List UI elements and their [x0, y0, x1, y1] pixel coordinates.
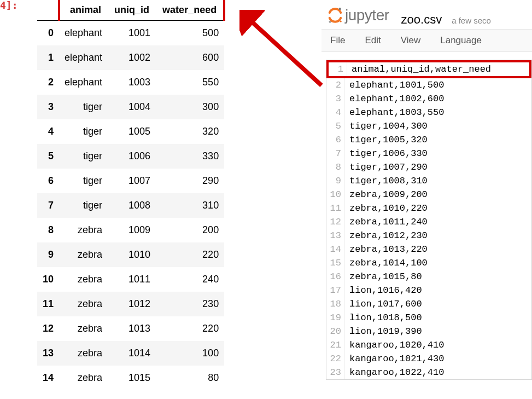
line-text[interactable]: zebra,1013,220 [345, 242, 432, 256]
editor-line[interactable]: 11zebra,1010,220 [326, 201, 531, 215]
line-number: 16 [326, 270, 345, 284]
line-text[interactable]: tiger,1005,320 [345, 133, 432, 147]
line-number: 10 [326, 188, 345, 201]
col-uniq-id: uniq_id [108, 0, 156, 21]
line-text[interactable]: tiger,1004,300 [345, 119, 432, 133]
editor-line[interactable]: 1animal,uniq_id,water_need [326, 60, 531, 78]
cell-water-need: 290 [156, 169, 224, 193]
line-number: 12 [326, 215, 345, 229]
line-number: 22 [326, 352, 345, 366]
line-text[interactable]: lion,1017,600 [345, 297, 426, 311]
line-text[interactable]: lion,1019,390 [345, 325, 426, 338]
editor-line[interactable]: 19lion,1018,500 [326, 311, 531, 325]
line-text[interactable]: kangaroo,1021,430 [345, 352, 448, 366]
line-text[interactable]: zebra,1012,230 [345, 229, 432, 242]
editor-line[interactable]: 8tiger,1007,290 [326, 160, 531, 174]
editor-line[interactable]: 16zebra,1015,80 [326, 270, 531, 284]
editor-line[interactable]: 23kangaroo,1022,410 [326, 366, 531, 379]
line-text[interactable]: elephant,1002,600 [345, 92, 448, 106]
table-row: 8zebra1009200 [37, 218, 224, 242]
cell-uniq-id: 1002 [108, 45, 156, 70]
row-index: 11 [37, 292, 59, 316]
table-row: 3tiger1004300 [37, 95, 224, 119]
line-text[interactable]: lion,1016,420 [345, 284, 426, 297]
cell-prompt: 4]: [0, 0, 18, 11]
line-number: 13 [326, 229, 345, 242]
line-number: 8 [326, 160, 345, 174]
editor-line[interactable]: 2elephant,1001,500 [326, 78, 531, 92]
line-number: 18 [326, 297, 345, 311]
table-row: 0elephant1001500 [37, 21, 224, 46]
cell-uniq-id: 1004 [108, 95, 156, 119]
jupyter-logo-text: jupyter [345, 7, 389, 24]
menu-language[interactable]: Language [440, 35, 482, 46]
row-index: 5 [37, 144, 59, 169]
cell-animal: zebra [59, 341, 108, 366]
line-text[interactable]: animal,uniq_id,water_need [347, 62, 495, 76]
index-header [37, 0, 59, 21]
menu-edit[interactable]: Edit [365, 35, 381, 46]
editor-line[interactable]: 21kangaroo,1020,410 [326, 338, 531, 352]
jupyter-logo[interactable]: jupyter [327, 7, 389, 24]
line-text[interactable]: zebra,1011,240 [345, 215, 432, 229]
text-editor[interactable]: 1animal,uniq_id,water_need2elephant,1001… [326, 60, 532, 380]
file-name[interactable]: zoo.csv [401, 13, 442, 27]
cell-water-need: 230 [156, 292, 224, 316]
line-text[interactable]: kangaroo,1022,410 [345, 366, 448, 379]
table-row: 1elephant1002600 [37, 45, 224, 70]
line-text[interactable]: zebra,1009,200 [345, 188, 432, 201]
editor-line[interactable]: 7tiger,1006,330 [326, 147, 531, 160]
row-index: 8 [37, 218, 59, 242]
line-text[interactable]: lion,1018,500 [345, 311, 426, 325]
cell-uniq-id: 1011 [108, 267, 156, 292]
line-number: 5 [326, 119, 345, 133]
editor-line[interactable]: 10zebra,1009,200 [326, 188, 531, 201]
editor-line[interactable]: 18lion,1017,600 [326, 297, 531, 311]
line-text[interactable]: zebra,1015,80 [345, 270, 426, 284]
row-index: 2 [37, 70, 59, 95]
cell-uniq-id: 1008 [108, 193, 156, 218]
line-text[interactable]: tiger,1006,330 [345, 147, 432, 160]
editor-line[interactable]: 22kangaroo,1021,430 [326, 352, 531, 366]
editor-line[interactable]: 5tiger,1004,300 [326, 119, 531, 133]
line-text[interactable]: kangaroo,1020,410 [345, 338, 448, 352]
line-text[interactable]: zebra,1010,220 [345, 201, 432, 215]
cell-animal: elephant [59, 70, 108, 95]
row-index: 14 [37, 366, 59, 390]
line-text[interactable]: zebra,1014,100 [345, 256, 432, 270]
editor-line[interactable]: 4elephant,1003,550 [326, 106, 531, 119]
line-number: 15 [326, 256, 345, 270]
cell-animal: zebra [59, 267, 108, 292]
table-row: 5tiger1006330 [37, 144, 224, 169]
autosave-status: a few seco [452, 16, 491, 25]
editor-line[interactable]: 13zebra,1012,230 [326, 229, 531, 242]
line-text[interactable]: elephant,1003,550 [345, 106, 448, 119]
svg-point-2 [339, 8, 341, 10]
editor-line[interactable]: 14zebra,1013,220 [326, 242, 531, 256]
line-text[interactable]: elephant,1001,500 [345, 78, 448, 92]
table-row: 4tiger1005320 [37, 119, 224, 144]
cell-water-need: 500 [156, 21, 224, 46]
menu-file[interactable]: File [330, 35, 345, 46]
line-text[interactable]: tiger,1007,290 [345, 160, 432, 174]
line-number: 9 [326, 174, 345, 188]
cell-animal: zebra [59, 316, 108, 341]
cell-water-need: 310 [156, 193, 224, 218]
editor-line[interactable]: 17lion,1016,420 [326, 284, 531, 297]
cell-animal: tiger [59, 95, 108, 119]
editor-line[interactable]: 12zebra,1011,240 [326, 215, 531, 229]
row-index: 6 [37, 169, 59, 193]
menu-view[interactable]: View [401, 35, 421, 46]
editor-line[interactable]: 3elephant,1002,600 [326, 92, 531, 106]
cell-uniq-id: 1009 [108, 218, 156, 242]
menu-bar: File Edit View Language [321, 29, 532, 52]
editor-line[interactable]: 20lion,1019,390 [326, 325, 531, 338]
cell-water-need: 600 [156, 45, 224, 70]
editor-line[interactable]: 6tiger,1005,320 [326, 133, 531, 147]
editor-line[interactable]: 9tiger,1008,310 [326, 174, 531, 188]
row-index: 0 [37, 21, 59, 46]
cell-uniq-id: 1001 [108, 21, 156, 46]
editor-line[interactable]: 15zebra,1014,100 [326, 256, 531, 270]
line-text[interactable]: tiger,1008,310 [345, 174, 432, 188]
table-header-row: animal uniq_id water_need [37, 0, 224, 21]
